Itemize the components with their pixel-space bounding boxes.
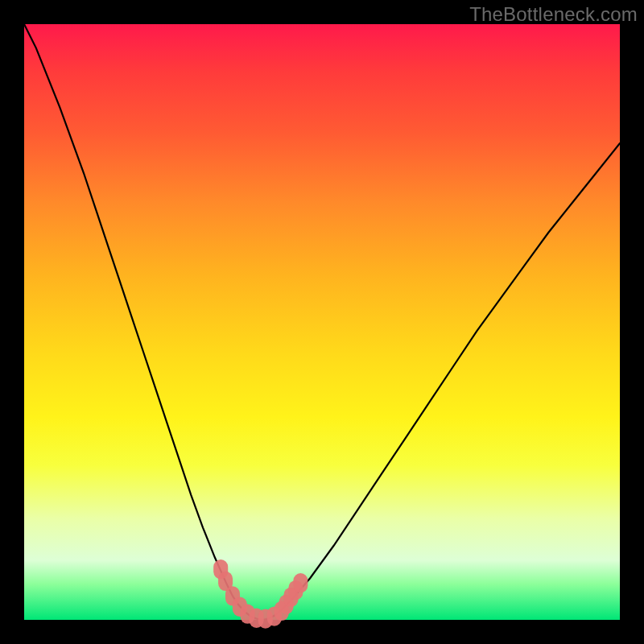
chart-frame: TheBottleneck.com: [0, 0, 644, 644]
data-marker: [293, 573, 308, 592]
watermark-text: TheBottleneck.com: [469, 3, 638, 26]
bottleneck-curve: [24, 24, 620, 620]
plot-area: [24, 24, 620, 620]
curve-svg: [24, 24, 620, 620]
marker-group: [213, 559, 308, 629]
